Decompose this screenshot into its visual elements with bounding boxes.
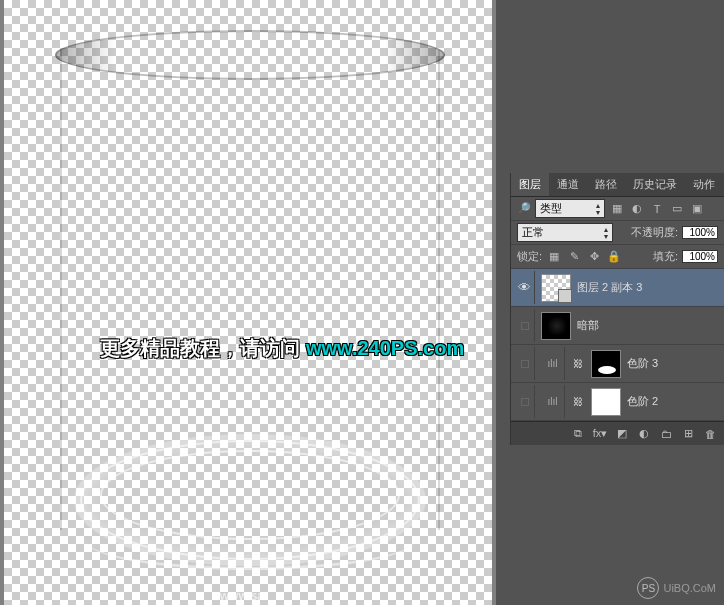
panel-footer: ⧉ fx▾ ◩ ◐ 🗀 ⊞ 🗑 [511, 421, 724, 445]
dropdown-arrows-icon: ▴▾ [604, 226, 608, 240]
delete-layer-button[interactable]: 🗑 [700, 425, 720, 443]
glass-artwork [50, 30, 450, 570]
lock-all-icon[interactable]: 🔒 [606, 249, 622, 265]
blend-mode-dropdown[interactable]: 正常 ▴▾ [517, 223, 613, 242]
lock-transparency-icon[interactable]: ▦ [546, 249, 562, 265]
watermark-bottom-text: www.sa [220, 589, 264, 603]
panel-tabs: 图层 通道 路径 历史记录 动作 [511, 173, 724, 197]
dropdown-arrows-icon: ▴▾ [596, 202, 600, 216]
filter-adjust-icon[interactable]: ◐ [629, 201, 645, 217]
link-layers-button[interactable]: ⧉ [568, 425, 588, 443]
fill-value[interactable]: 100% [682, 250, 718, 263]
filter-smart-icon[interactable]: ▣ [689, 201, 705, 217]
layer-name[interactable]: 色阶 2 [627, 394, 658, 409]
layer-name[interactable]: 图层 2 副本 3 [577, 280, 642, 295]
layer-mask-thumbnail[interactable] [591, 388, 621, 416]
visibility-toggle[interactable] [515, 309, 535, 342]
blend-mode-value: 正常 [522, 225, 544, 240]
search-icon: 🔎 [517, 202, 531, 215]
overlay-cn-text: 更多精品教程，请访问 [100, 335, 300, 362]
watermark-logo-badge: PS [637, 577, 659, 599]
layer-name[interactable]: 暗部 [577, 318, 599, 333]
watermark-logo: PS UiBQ.CoM [637, 577, 716, 599]
filter-pixel-icon[interactable]: ▦ [609, 201, 625, 217]
layer-filter-row: 🔎 类型 ▴▾ ▦ ◐ T ▭ ▣ [511, 197, 724, 221]
layer-row[interactable]: 👁 图层 2 副本 3 [511, 269, 724, 307]
visibility-toggle[interactable]: 👁 [515, 271, 535, 304]
filter-text-icon[interactable]: T [649, 201, 665, 217]
visibility-off-icon [521, 398, 529, 406]
opacity-label: 不透明度: [631, 225, 678, 240]
layers-panel: 图层 通道 路径 历史记录 动作 🔎 类型 ▴▾ ▦ ◐ T ▭ ▣ 正常 ▴▾… [510, 173, 724, 445]
tab-channels[interactable]: 通道 [549, 173, 587, 196]
visibility-toggle[interactable] [515, 385, 535, 418]
add-mask-button[interactable]: ◩ [612, 425, 632, 443]
layer-mask-thumbnail[interactable] [591, 350, 621, 378]
tab-layers[interactable]: 图层 [511, 173, 549, 196]
visibility-toggle[interactable] [515, 347, 535, 380]
filter-type-dropdown[interactable]: 类型 ▴▾ [535, 199, 605, 218]
blend-opacity-row: 正常 ▴▾ 不透明度: 100% [511, 221, 724, 245]
layer-row[interactable]: ılıl ⛓ 色阶 2 [511, 383, 724, 421]
watermark-logo-text: UiBQ.CoM [663, 582, 716, 594]
layer-name[interactable]: 色阶 3 [627, 356, 658, 371]
overlay-watermark-text: 更多精品教程，请访问 www.240PS.com [100, 335, 464, 362]
levels-icon: ılıl [541, 347, 565, 380]
tab-actions[interactable]: 动作 [685, 173, 723, 196]
layers-list: 👁 图层 2 副本 3 暗部 ılıl ⛓ 色阶 3 ılıl [511, 269, 724, 421]
visibility-off-icon [521, 360, 529, 368]
fill-label: 填充: [653, 249, 678, 264]
overlay-url-text: www.240PS.com [306, 337, 464, 360]
link-icon: ⛓ [571, 396, 585, 407]
add-adjustment-button[interactable]: ◐ [634, 425, 654, 443]
link-icon: ⛓ [571, 358, 585, 369]
layer-thumbnail[interactable] [541, 312, 571, 340]
canvas-area[interactable]: 更多精品教程，请访问 www.240PS.com www.sa [0, 0, 496, 605]
eye-icon: 👁 [518, 280, 531, 295]
tab-history[interactable]: 历史记录 [625, 173, 685, 196]
new-layer-button[interactable]: ⊞ [678, 425, 698, 443]
tab-paths[interactable]: 路径 [587, 173, 625, 196]
opacity-value[interactable]: 100% [682, 226, 718, 239]
layer-row[interactable]: ılıl ⛓ 色阶 3 [511, 345, 724, 383]
layer-fx-button[interactable]: fx▾ [590, 425, 610, 443]
new-group-button[interactable]: 🗀 [656, 425, 676, 443]
layer-thumbnail[interactable] [541, 274, 571, 302]
visibility-off-icon [521, 322, 529, 330]
levels-icon: ılıl [541, 385, 565, 418]
filter-type-value: 类型 [540, 201, 562, 216]
layer-row[interactable]: 暗部 [511, 307, 724, 345]
lock-label: 锁定: [517, 249, 542, 264]
filter-shape-icon[interactable]: ▭ [669, 201, 685, 217]
lock-position-icon[interactable]: ✥ [586, 249, 602, 265]
lock-pixels-icon[interactable]: ✎ [566, 249, 582, 265]
lock-fill-row: 锁定: ▦ ✎ ✥ 🔒 填充: 100% [511, 245, 724, 269]
